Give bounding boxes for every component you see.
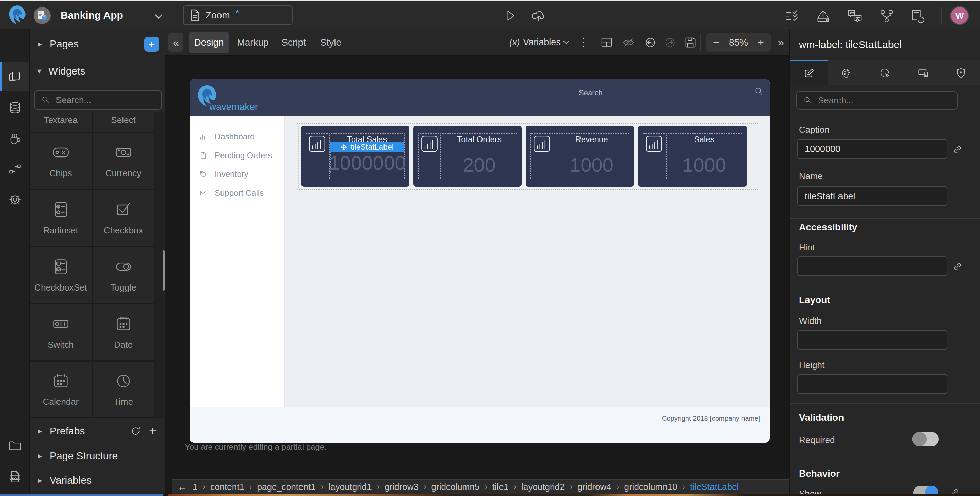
app-icon[interactable] xyxy=(33,7,51,24)
prefabs-expander-icon[interactable]: ▸ xyxy=(38,426,42,436)
preview-search-placeholder[interactable]: Search xyxy=(579,89,603,97)
breadcrumb-item[interactable]: gridrow4 xyxy=(578,482,611,492)
menu-item-pending-orders[interactable]: Pending Orders xyxy=(189,149,285,162)
user-avatar[interactable]: W xyxy=(950,6,969,25)
refresh-prefabs-icon[interactable] xyxy=(130,425,142,437)
widget-item-calendar[interactable]: Calendar xyxy=(30,362,92,417)
widget-search-input[interactable] xyxy=(55,95,141,106)
tab-markup[interactable]: Markup xyxy=(234,32,272,53)
variables-section-header[interactable]: ▸ Variables xyxy=(30,469,165,492)
property-search-input[interactable] xyxy=(817,95,926,106)
expand-panel-button[interactable]: » xyxy=(774,29,788,55)
layout-grid-icon[interactable] xyxy=(600,36,614,49)
page-selector[interactable]: Zoom * xyxy=(183,5,293,25)
tab-styles[interactable] xyxy=(828,60,866,85)
breadcrumb-item-selected[interactable]: tileStatLabel xyxy=(690,482,739,492)
width-input[interactable] xyxy=(797,330,947,350)
widget-item-chips[interactable]: Chips xyxy=(30,133,92,189)
tab-security[interactable] xyxy=(942,60,980,85)
preview-search-icon[interactable] xyxy=(754,86,764,97)
tab-style[interactable]: Style xyxy=(315,32,346,53)
widget-item-time[interactable]: Time xyxy=(92,362,154,417)
tab-properties[interactable] xyxy=(790,60,828,85)
tile-sales[interactable]: Sales 1000 xyxy=(638,126,747,187)
rail-settings-icon[interactable] xyxy=(8,192,22,207)
breadcrumb-item[interactable]: 1 xyxy=(192,482,197,492)
breadcrumb-item[interactable]: layoutgrid1 xyxy=(328,482,372,492)
breadcrumb-item[interactable]: gridrow3 xyxy=(385,482,418,492)
export-deploy-icon[interactable] xyxy=(815,8,831,24)
page-structure-expander-icon[interactable]: ▸ xyxy=(38,451,42,461)
tile-total-orders[interactable]: Total Orders 200 xyxy=(414,126,522,187)
bind-hint-icon[interactable] xyxy=(952,261,963,272)
selected-label-outline[interactable]: 1000000 xyxy=(331,152,404,173)
widgets-expander-icon[interactable]: ▾ xyxy=(37,66,41,76)
height-input[interactable] xyxy=(797,374,947,394)
breadcrumb-back-icon[interactable]: ← xyxy=(177,481,188,493)
variables-expander-icon[interactable]: ▸ xyxy=(38,475,42,485)
collapse-panel-button[interactable]: « xyxy=(169,33,183,52)
variables-dropdown[interactable]: (x) Variables xyxy=(509,29,568,55)
hint-input[interactable] xyxy=(797,256,947,276)
undo-icon[interactable] xyxy=(643,36,657,49)
widget-item-checkbox[interactable]: Checkbox xyxy=(92,190,154,246)
breadcrumb-item[interactable]: layoutgrid2 xyxy=(521,482,565,492)
breadcrumb-item[interactable]: gridcolumn10 xyxy=(624,482,678,492)
rail-services-icon[interactable] xyxy=(8,131,22,146)
redo-icon[interactable] xyxy=(663,36,677,49)
run-preview-button[interactable] xyxy=(504,9,517,22)
widgets-scrollbar[interactable] xyxy=(163,250,165,291)
widget-item-currency[interactable]: Currency xyxy=(92,133,154,189)
hide-outlines-icon[interactable] xyxy=(622,36,635,49)
menu-item-support-calls[interactable]: Support Calls xyxy=(189,187,285,199)
tab-design[interactable]: Design xyxy=(189,32,229,53)
app-switcher[interactable]: Banking App xyxy=(60,2,123,29)
app-chevron-down-icon[interactable] xyxy=(156,12,161,18)
name-input[interactable] xyxy=(797,186,947,206)
widget-item-checkboxset[interactable]: CheckboxSet xyxy=(30,247,92,303)
tile-total-sales[interactable]: Total Sales tileStatLabel 1000000 xyxy=(301,126,409,187)
menu-item-dashboard[interactable]: Dashboard xyxy=(189,130,285,143)
zoom-out-button[interactable]: − xyxy=(713,37,719,49)
widget-item-date[interactable]: Date xyxy=(92,304,154,360)
add-prefab-button[interactable]: + xyxy=(149,424,156,438)
breadcrumb-item[interactable]: tile1 xyxy=(492,482,509,492)
bind-caption-icon[interactable] xyxy=(952,144,963,155)
file-sync-icon[interactable] xyxy=(909,8,925,24)
widget-search[interactable] xyxy=(34,91,162,110)
rail-files-icon[interactable] xyxy=(8,439,22,453)
rail-apis-icon[interactable] xyxy=(8,162,22,176)
add-page-button[interactable]: + xyxy=(144,37,159,52)
rail-logs-icon[interactable]: LOG xyxy=(8,469,22,484)
pages-expander-icon[interactable]: ▸ xyxy=(38,39,42,49)
rail-pages-icon[interactable] xyxy=(8,70,22,84)
prefabs-section-header[interactable]: ▸ Prefabs + xyxy=(30,419,165,443)
widget-item-textarea[interactable]: Textarea xyxy=(30,112,92,132)
widget-item-toggle[interactable]: Toggle xyxy=(92,247,154,303)
menu-item-inventory[interactable]: Inventory xyxy=(189,168,285,180)
save-icon[interactable] xyxy=(684,36,697,49)
checklist-icon[interactable] xyxy=(785,9,800,24)
property-search[interactable] xyxy=(796,91,958,110)
required-toggle[interactable] xyxy=(912,432,939,446)
tab-events[interactable] xyxy=(866,60,904,85)
selected-widget-tag[interactable]: tileStatLabel xyxy=(331,142,404,152)
breadcrumb-item[interactable]: gridcolumn5 xyxy=(431,482,480,492)
breadcrumb-item[interactable]: content1 xyxy=(210,482,244,492)
tab-script[interactable]: Script xyxy=(277,32,310,53)
tab-devices[interactable] xyxy=(904,60,942,85)
rail-database-icon[interactable] xyxy=(8,101,22,115)
widget-item-select[interactable]: Select xyxy=(92,112,154,132)
widgets-section-header[interactable]: ▾ Widgets xyxy=(30,60,165,82)
wavemaker-logo-icon[interactable] xyxy=(8,5,27,26)
caption-input[interactable] xyxy=(797,139,947,159)
version-control-icon[interactable] xyxy=(879,8,894,24)
canvas-more-menu[interactable]: ⋮ xyxy=(578,29,588,55)
deploy-cloud-icon[interactable] xyxy=(531,8,546,23)
widget-item-radioset[interactable]: Radioset xyxy=(30,190,92,246)
tile-revenue[interactable]: Revenue 1000 xyxy=(526,126,634,187)
page-structure-section-header[interactable]: ▸ Page Structure xyxy=(30,444,165,467)
widget-item-switch[interactable]: Switch xyxy=(30,304,92,360)
translate-icon[interactable] xyxy=(846,8,863,24)
zoom-in-button[interactable]: + xyxy=(757,37,764,49)
